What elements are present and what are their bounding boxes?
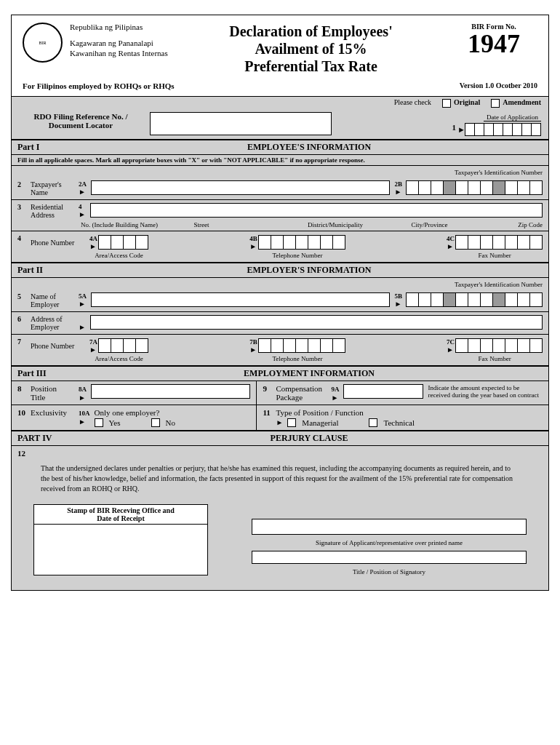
date-cell[interactable] (474, 123, 484, 136)
form-number: 1947 (450, 31, 537, 57)
field-7-row: 7 Phone Number 7A► Area/Access Code 7B► (12, 335, 548, 366)
amendment-checkbox[interactable] (491, 99, 500, 108)
please-check-row: Please check Original Amendment (12, 97, 548, 112)
field-12-num: 12 (12, 446, 548, 458)
perjury-text: That the undersigned declares under pena… (12, 458, 548, 500)
date-application-label: Date of Application (484, 113, 541, 121)
field-4-row: 4 Phone Number 4A► Area/Access Code 4B► (12, 231, 548, 263)
please-check-label: Please check (394, 98, 431, 106)
address-sublabels: No. (Include Building Name) Street Distr… (12, 221, 548, 231)
part2-header: Part II EMPLOYER'S INFORMATION (12, 263, 548, 278)
taxpayer-tin-input[interactable] (407, 180, 543, 195)
version-label: Version 1.0 Ocotber 2010 (460, 81, 537, 90)
employer-tin-label: Taxpayer's Identification Number (17, 281, 543, 288)
area-code-input[interactable] (99, 235, 148, 250)
signature-label: Signature of Applicant/representative ov… (252, 539, 527, 546)
field-5-row: Taxpayer's Identification Number 5 Name … (12, 278, 548, 312)
date-cell[interactable] (512, 123, 522, 136)
telephone-input[interactable] (259, 235, 345, 250)
form-title: Declaration of Employees' Availment of 1… (179, 23, 443, 75)
taxpayer-name-input[interactable] (91, 180, 390, 195)
part3-header: Part III EMPLOYMENT INFORMATION (12, 366, 548, 381)
compensation-label: CompensationPackage (276, 384, 327, 402)
technical-checkbox[interactable] (369, 418, 377, 427)
employer-address-input[interactable] (90, 315, 543, 330)
bir-seal-icon: BIR (23, 23, 63, 63)
dept-label: Kagawaran ng Pananalapi (70, 39, 172, 47)
check-rdo-section: Please check Original Amendment RDO Fili… (12, 96, 548, 140)
signature-input[interactable] (252, 519, 527, 535)
rdo-reference-input[interactable] (150, 112, 332, 135)
part4-header: PART IV PERJURY CLAUSE (12, 431, 548, 446)
subtitle: For Filipinos employed by ROHQs or RHQs (23, 81, 175, 90)
employer-fax-input[interactable] (456, 338, 543, 353)
phone-number-label: Phone Number (31, 234, 85, 247)
taxpayer-name-label: Taxpayer'sName (31, 180, 74, 196)
form-header: BIR Republika ng Pilipinas Kagawaran ng … (12, 15, 548, 79)
position-title-label: PositionTitle (31, 384, 74, 402)
employer-phone-label: Phone Number (31, 338, 85, 350)
field-6-row: 6 Address ofEmployer ► (12, 312, 548, 335)
employer-address-label: Address ofEmployer (31, 315, 74, 331)
date-cell[interactable] (493, 123, 503, 136)
form-container: BIR Republika ng Pilipinas Kagawaran ng … (11, 15, 549, 591)
employer-name-label: Name ofEmployer (31, 292, 74, 308)
residential-address-label: ResidentialAddress (31, 203, 74, 219)
part1-header: Part I EMPLOYEE'S INFORMATION (12, 140, 548, 155)
employer-telephone-input[interactable] (259, 338, 345, 353)
government-text: Republika ng Pilipinas Kagawaran ng Pana… (70, 23, 172, 75)
fax-input[interactable] (456, 235, 543, 250)
version-row: For Filipinos employed by ROHQs or RHQs … (12, 79, 548, 96)
fields-8-9-row: 8 PositionTitle 8A► 9 CompensationPackag… (12, 381, 548, 405)
fields-10-11-row: 10 Exclusivity 10A► Only one employer? Y… (12, 405, 548, 431)
instruction-text: Fill in all applicable spaces. Mark all … (12, 155, 548, 166)
rdo-label: RDO Filing Reference No. / Document Loca… (19, 112, 143, 130)
date-cell[interactable] (531, 123, 541, 136)
residential-address-input[interactable] (90, 203, 543, 218)
title-position-label: Title / Position of Signatory (252, 568, 527, 575)
date-application-area: Date of Application 1 ► (452, 112, 541, 136)
stamp-signature-row: Stamp of BIR Receving Office and Date of… (12, 500, 548, 590)
stamp-body-input[interactable] (33, 525, 208, 575)
date-cell[interactable] (465, 123, 475, 136)
position-type-label: Type of Position / Function (276, 408, 415, 417)
managerial-checkbox[interactable] (287, 418, 296, 427)
exclusivity-label: Exclusivity (31, 408, 74, 417)
position-title-input[interactable] (91, 384, 250, 399)
exclusivity-yes-checkbox[interactable] (95, 418, 103, 427)
field-3-row: 3 ResidentialAddress 4 ► (12, 200, 548, 222)
tin-label: Taxpayer's Identification Number (17, 169, 543, 176)
employer-tin-input[interactable] (407, 292, 543, 307)
title-position-input[interactable] (252, 551, 527, 564)
original-label: Original (454, 98, 480, 106)
employer-area-code-input[interactable] (99, 338, 148, 353)
bureau-label: Kawanihan ng Rentas Internas (70, 49, 172, 57)
original-checkbox[interactable] (442, 99, 451, 108)
field-1-number: 1 (452, 123, 457, 136)
compensation-note: Indicate the amount expected to be recei… (428, 384, 543, 399)
stamp-box: Stamp of BIR Receving Office and Date of… (33, 504, 208, 575)
employer-name-input[interactable] (91, 292, 390, 307)
date-cell[interactable] (484, 123, 494, 136)
date-cell[interactable] (503, 123, 513, 136)
date-cell[interactable] (521, 123, 532, 136)
exclusivity-no-checkbox[interactable] (151, 418, 160, 427)
compensation-input[interactable] (343, 384, 423, 399)
amendment-label: Amendment (503, 98, 541, 106)
field-2-row: Taxpayer's Identification Number 2 Taxpa… (12, 166, 548, 200)
form-number-box: BIR Form No. 1947 (450, 23, 537, 75)
country-label: Republika ng Pilipinas (70, 23, 172, 31)
